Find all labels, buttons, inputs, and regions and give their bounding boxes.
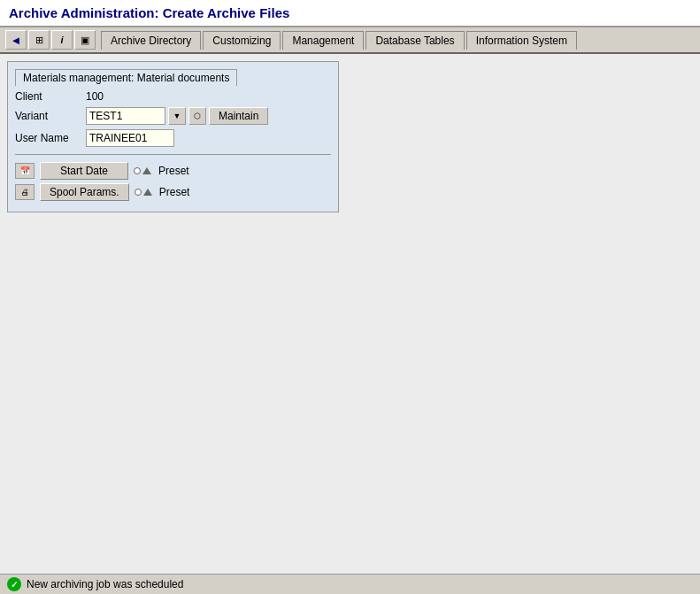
variant-row: Variant ▼ ⬡ Maintain xyxy=(15,107,331,125)
overview-icon: ⊞ xyxy=(35,35,43,46)
client-value: 100 xyxy=(86,90,104,103)
dropdown-icon: ▼ xyxy=(173,112,181,120)
start-date-row: 📅 Start Date Preset xyxy=(15,162,331,180)
maintain-button[interactable]: Maintain xyxy=(209,107,268,125)
variant-dropdown-button[interactable]: ▼ xyxy=(168,107,186,125)
nav-tabs: Archive Directory Customizing Management… xyxy=(101,31,577,50)
status-message: New archiving job was scheduled xyxy=(27,578,183,590)
page-title: Archive Administration: Create Archive F… xyxy=(9,5,691,20)
username-input[interactable] xyxy=(86,129,174,147)
tab-customizing[interactable]: Customizing xyxy=(203,31,281,50)
form-divider xyxy=(15,154,331,155)
variant-input[interactable] xyxy=(86,107,165,125)
tab-information-system[interactable]: Information System xyxy=(466,31,577,50)
config-button[interactable]: ▣ xyxy=(74,30,96,50)
spool-params-icon[interactable]: 🖨 xyxy=(15,184,35,200)
tab-archive-directory[interactable]: Archive Directory xyxy=(101,31,201,50)
username-row: User Name xyxy=(15,129,331,147)
panel-title-area: Materials management: Material documents xyxy=(15,69,331,85)
panel-title: Materials management: Material documents xyxy=(15,69,237,86)
info-button[interactable]: i xyxy=(51,30,73,50)
copy-icon: ⬡ xyxy=(194,112,201,120)
radio-triangle-1 xyxy=(142,167,151,174)
status-bar: ✓ New archiving job was scheduled xyxy=(0,574,700,594)
spool-params-button[interactable]: Spool Params. xyxy=(40,183,129,201)
calendar-icon: 📅 xyxy=(20,166,30,175)
start-date-radio-group xyxy=(134,167,151,174)
variant-label: Variant xyxy=(15,110,86,122)
radio-triangle-2 xyxy=(143,189,152,196)
username-label: User Name xyxy=(15,132,86,144)
variant-copy-button[interactable]: ⬡ xyxy=(188,107,206,125)
client-row: Client 100 xyxy=(15,90,331,103)
main-content: Materials management: Material documents… xyxy=(0,54,700,574)
start-date-preset: Preset xyxy=(158,165,189,177)
back-icon: ◄ xyxy=(11,34,22,47)
info-icon: i xyxy=(60,35,63,45)
spool-params-row: 🖨 Spool Params. Preset xyxy=(15,183,331,201)
radio-circle-2 xyxy=(135,189,142,196)
client-label: Client xyxy=(15,90,86,103)
back-button[interactable]: ◄ xyxy=(5,30,27,50)
config-icon: ▣ xyxy=(81,35,89,46)
printer-icon: 🖨 xyxy=(21,188,29,197)
start-date-icon[interactable]: 📅 xyxy=(15,163,35,179)
tab-database-tables[interactable]: Database Tables xyxy=(365,31,464,50)
status-icon: ✓ xyxy=(7,577,21,591)
start-date-button[interactable]: Start Date xyxy=(40,162,128,180)
spool-params-radio-group xyxy=(135,189,152,196)
title-bar: Archive Administration: Create Archive F… xyxy=(0,0,700,27)
tab-management[interactable]: Management xyxy=(282,31,364,50)
toolbar: ◄ ⊞ i ▣ Archive Directory Customizing Ma… xyxy=(0,27,582,52)
radio-circle-1 xyxy=(134,167,141,174)
spool-params-preset: Preset xyxy=(159,186,190,198)
form-panel: Materials management: Material documents… xyxy=(7,61,339,212)
overview-button[interactable]: ⊞ xyxy=(28,30,50,50)
